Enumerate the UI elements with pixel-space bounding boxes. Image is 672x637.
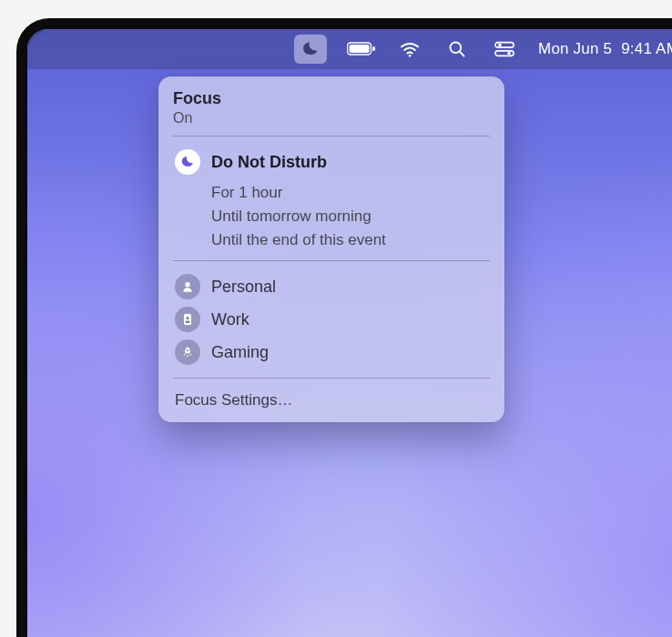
svg-point-9 — [507, 52, 511, 56]
focus-mode-work[interactable]: Work — [173, 303, 490, 336]
svg-rect-1 — [350, 45, 370, 53]
focus-mode-label: Work — [211, 310, 249, 329]
moon-icon — [301, 40, 320, 58]
wifi-icon — [400, 41, 420, 57]
dnd-duration-options: For 1 hour Until tomorrow morning Until … — [173, 182, 490, 251]
wifi-status[interactable] — [396, 35, 423, 64]
divider — [173, 260, 490, 261]
svg-rect-13 — [186, 321, 190, 324]
control-center-button[interactable] — [491, 35, 518, 64]
rocket-icon — [175, 339, 200, 365]
focus-popover-title: Focus — [173, 89, 490, 108]
person-icon — [175, 274, 200, 299]
badge-icon — [175, 307, 200, 332]
svg-point-7 — [498, 44, 502, 47]
svg-point-12 — [186, 317, 188, 319]
focus-mode-personal[interactable]: Personal — [173, 270, 490, 303]
menu-bar: Mon Jun 5 9:41 AM — [27, 29, 672, 69]
focus-mode-label: Do Not Disturb — [211, 153, 327, 172]
spotlight-button[interactable] — [443, 35, 471, 64]
svg-point-3 — [409, 55, 412, 57]
control-center-icon — [494, 41, 514, 57]
dnd-option-hour[interactable]: For 1 hour — [211, 182, 490, 204]
focus-settings-link[interactable]: Focus Settings… — [173, 388, 490, 411]
dnd-option-event[interactable]: Until the end of this event — [211, 229, 490, 251]
svg-rect-6 — [495, 43, 514, 48]
divider — [173, 378, 490, 379]
focus-mode-do-not-disturb[interactable]: Do Not Disturb — [173, 146, 490, 178]
svg-line-5 — [460, 52, 464, 56]
focus-menu-button[interactable] — [294, 35, 327, 64]
svg-rect-8 — [495, 51, 514, 56]
menu-clock[interactable]: Mon Jun 5 9:41 AM — [538, 35, 672, 64]
focus-mode-gaming[interactable]: Gaming — [173, 336, 490, 369]
moon-icon — [175, 149, 200, 175]
menu-time: 9:41 AM — [621, 40, 672, 58]
battery-icon — [347, 42, 376, 56]
laptop-bezel: Mon Jun 5 9:41 AM Focus On Do Not Distur… — [16, 18, 672, 637]
divider — [173, 136, 490, 136]
svg-point-14 — [187, 349, 188, 351]
focus-popover-status: On — [173, 110, 490, 126]
menu-date: Mon Jun 5 — [538, 40, 612, 58]
dnd-option-tomorrow[interactable]: Until tomorrow morning — [211, 206, 490, 228]
search-icon — [448, 40, 466, 58]
svg-point-10 — [185, 282, 189, 287]
focus-mode-label: Gaming — [211, 343, 269, 362]
svg-rect-2 — [372, 46, 375, 51]
focus-mode-label: Personal — [211, 278, 276, 297]
desktop-screen: Mon Jun 5 9:41 AM Focus On Do Not Distur… — [27, 29, 672, 637]
focus-popover: Focus On Do Not Disturb For 1 hour Until… — [158, 76, 504, 422]
battery-status[interactable] — [347, 35, 376, 64]
